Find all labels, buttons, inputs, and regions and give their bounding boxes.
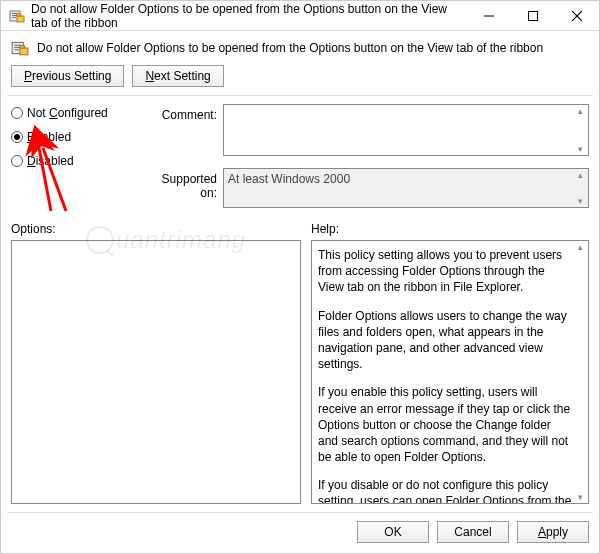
dialog-footer: OK Cancel Apply: [1, 513, 599, 553]
help-paragraph: Folder Options allows users to change th…: [318, 308, 572, 373]
help-label: Help:: [311, 222, 589, 236]
radio-label: Enabled: [27, 130, 71, 144]
state-radio-group: Not Configured Enabled Disabled: [11, 104, 141, 208]
svg-rect-10: [14, 49, 19, 50]
nav-buttons: Previous Setting Next Setting: [1, 61, 599, 95]
policy-icon: [11, 39, 29, 57]
supported-on-box: At least Windows 2000 ▴▾: [223, 168, 589, 208]
titlebar: Do not allow Folder Options to be opened…: [1, 1, 599, 31]
comment-textbox[interactable]: ▴▾: [223, 104, 589, 156]
dialog-window: Do not allow Folder Options to be opened…: [0, 0, 600, 554]
radio-not-configured[interactable]: Not Configured: [11, 106, 141, 120]
maximize-button[interactable]: [511, 1, 555, 31]
comment-label: Comment:: [147, 104, 217, 156]
apply-button[interactable]: Apply: [517, 521, 589, 543]
minimize-button[interactable]: [467, 1, 511, 31]
help-panel: This policy setting allows you to preven…: [311, 240, 589, 504]
radio-label: Not Configured: [27, 106, 108, 120]
radio-enabled[interactable]: Enabled: [11, 130, 141, 144]
radio-icon: [11, 155, 23, 167]
help-paragraph: If you enable this policy setting, users…: [318, 384, 572, 465]
previous-setting-button[interactable]: Previous Setting: [11, 65, 124, 87]
next-setting-button[interactable]: Next Setting: [132, 65, 223, 87]
cancel-button[interactable]: Cancel: [437, 521, 509, 543]
svg-rect-11: [20, 48, 28, 55]
radio-icon: [11, 107, 23, 119]
svg-rect-5: [17, 14, 21, 16]
close-button[interactable]: [555, 1, 599, 31]
header-row: Do not allow Folder Options to be opened…: [1, 31, 599, 61]
config-grid: Not Configured Enabled Disabled Comment:…: [11, 104, 589, 208]
supported-on-label: Supported on:: [147, 168, 217, 208]
options-label: Options:: [11, 222, 301, 236]
supported-on-value: At least Windows 2000: [228, 172, 350, 186]
radio-disabled[interactable]: Disabled: [11, 154, 141, 168]
options-panel: [11, 240, 301, 504]
help-paragraph: If you disable or do not configure this …: [318, 477, 572, 504]
svg-rect-12: [20, 46, 25, 48]
svg-rect-3: [12, 17, 16, 18]
radio-label: Disabled: [27, 154, 74, 168]
svg-rect-6: [529, 11, 538, 20]
policy-icon: [9, 8, 25, 24]
lower-panels: Options: Help: This policy setting allow…: [11, 222, 589, 504]
svg-rect-4: [17, 16, 24, 22]
policy-name: Do not allow Folder Options to be opened…: [37, 41, 543, 55]
dialog-body: uantrimang Not Configured Enabled Disabl…: [1, 96, 599, 512]
ok-button[interactable]: OK: [357, 521, 429, 543]
window-title: Do not allow Folder Options to be opened…: [31, 2, 467, 30]
radio-icon: [11, 131, 23, 143]
help-paragraph: This policy setting allows you to preven…: [318, 247, 572, 296]
